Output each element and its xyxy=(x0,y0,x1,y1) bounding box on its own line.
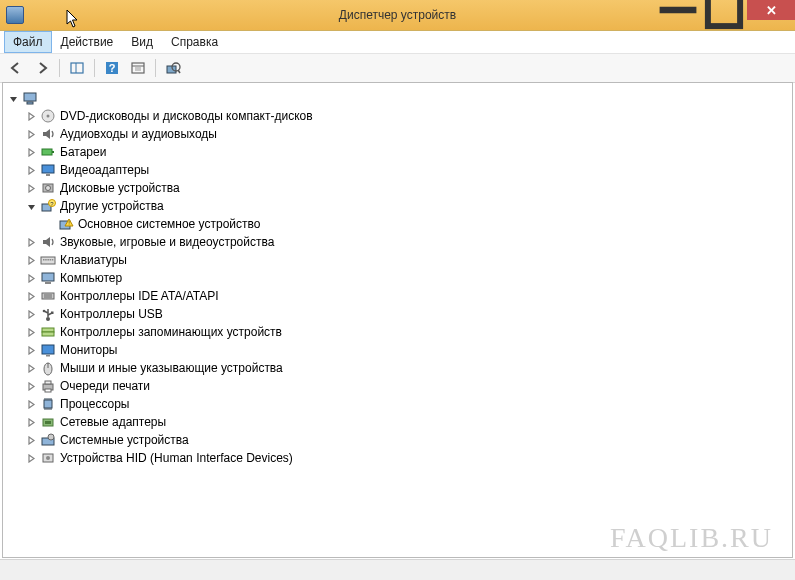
tree-node-label: Компьютер xyxy=(59,271,122,285)
expand-arrow-icon[interactable] xyxy=(25,254,37,266)
app-icon xyxy=(6,6,24,24)
menu-view[interactable]: Вид xyxy=(122,31,162,53)
menu-file[interactable]: Файл xyxy=(4,31,52,53)
expand-arrow-icon[interactable] xyxy=(25,416,37,428)
tree-node[interactable]: Процессоры xyxy=(3,395,792,413)
menu-action[interactable]: Действие xyxy=(52,31,123,53)
tree-node[interactable]: Мониторы xyxy=(3,341,792,359)
other-icon: ? xyxy=(40,198,56,214)
tree-node-label: Контроллеры IDE ATA/ATAPI xyxy=(59,289,219,303)
svg-rect-45 xyxy=(42,345,54,354)
tree-node[interactable]: Очереди печати xyxy=(3,377,792,395)
expand-arrow-icon[interactable] xyxy=(25,344,37,356)
svg-rect-17 xyxy=(42,149,52,155)
tree-node[interactable]: Аудиовходы и аудиовыходы xyxy=(3,125,792,143)
tree-node-label: Контроллеры USB xyxy=(59,307,163,321)
title-bar[interactable]: Диспетчер устройств ✕ xyxy=(0,0,795,30)
tree-node-label: Видеоадаптеры xyxy=(59,163,149,177)
tree-node[interactable]: Дисковые устройства xyxy=(3,179,792,197)
expand-arrow-icon[interactable] xyxy=(25,128,37,140)
window-controls: ✕ xyxy=(655,0,795,20)
svg-rect-18 xyxy=(52,151,54,153)
tree-node-label: DVD-дисководы и дисководы компакт-дисков xyxy=(59,109,313,123)
expand-arrow-icon[interactable] xyxy=(25,380,37,392)
svg-rect-50 xyxy=(45,381,51,384)
svg-point-39 xyxy=(46,317,50,321)
svg-rect-29 xyxy=(43,259,45,261)
tree-node-label: Процессоры xyxy=(59,397,130,411)
svg-rect-19 xyxy=(42,165,54,173)
expand-arrow-icon[interactable] xyxy=(25,362,37,374)
expand-arrow-icon[interactable] xyxy=(25,164,37,176)
tree-node[interactable]: Устройства HID (Human Interface Devices) xyxy=(3,449,792,467)
expand-arrow-icon[interactable] xyxy=(25,290,37,302)
back-button[interactable] xyxy=(4,56,28,80)
device-tree[interactable]: DVD-дисководы и дисководы компакт-дисков… xyxy=(2,82,793,558)
svg-point-66 xyxy=(46,456,50,460)
svg-rect-14 xyxy=(27,102,33,104)
minimize-button[interactable] xyxy=(655,0,701,20)
toolbar-divider xyxy=(155,59,156,77)
expand-arrow-icon[interactable] xyxy=(25,308,37,320)
svg-rect-30 xyxy=(45,259,47,261)
toolbar-divider xyxy=(94,59,95,77)
tree-node[interactable]: Сетевые адаптеры xyxy=(3,413,792,431)
monitor-icon xyxy=(40,342,56,358)
tree-node[interactable] xyxy=(3,89,792,107)
hid-icon xyxy=(40,450,56,466)
svg-rect-42 xyxy=(51,312,54,315)
collapse-arrow-icon[interactable] xyxy=(25,200,37,212)
system-icon xyxy=(40,432,56,448)
tree-node[interactable]: Контроллеры USB xyxy=(3,305,792,323)
tree-node-label: Системные устройства xyxy=(59,433,189,447)
tree-node[interactable]: Звуковые, игровые и видеоустройства xyxy=(3,233,792,251)
collapse-arrow-icon[interactable] xyxy=(7,92,19,104)
expand-arrow-icon[interactable] xyxy=(25,182,37,194)
svg-rect-31 xyxy=(47,259,49,261)
menu-help[interactable]: Справка xyxy=(162,31,227,53)
menu-bar: Файл Действие Вид Справка xyxy=(0,30,795,54)
tree-node-label: Мыши и иные указывающие устройства xyxy=(59,361,283,375)
tree-node[interactable]: Видеоадаптеры xyxy=(3,161,792,179)
show-hide-console-icon[interactable] xyxy=(65,56,89,80)
tree-node[interactable]: Батареи xyxy=(3,143,792,161)
tree-node-label: Основное системное устройство xyxy=(77,217,260,231)
properties-icon[interactable] xyxy=(126,56,150,80)
svg-rect-32 xyxy=(50,259,52,261)
tree-node-label: Клавиатуры xyxy=(59,253,127,267)
tree-node[interactable]: Клавиатуры xyxy=(3,251,792,269)
expand-arrow-icon[interactable] xyxy=(25,236,37,248)
expand-arrow-icon[interactable] xyxy=(25,452,37,464)
computer-icon xyxy=(22,90,38,106)
expand-arrow-icon[interactable] xyxy=(25,326,37,338)
audio-icon xyxy=(40,126,56,142)
tree-node[interactable]: ?Другие устройства xyxy=(3,197,792,215)
expand-arrow-icon[interactable] xyxy=(25,272,37,284)
tree-node[interactable]: Системные устройства xyxy=(3,431,792,449)
svg-rect-20 xyxy=(46,174,50,176)
help-icon[interactable]: ? xyxy=(100,56,124,80)
cpu-icon xyxy=(40,396,56,412)
expand-arrow-icon[interactable] xyxy=(25,110,37,122)
close-button[interactable]: ✕ xyxy=(747,0,795,20)
svg-point-64 xyxy=(48,434,54,440)
svg-rect-2 xyxy=(71,63,83,73)
forward-button[interactable] xyxy=(30,56,54,80)
tree-node[interactable]: Контроллеры IDE ATA/ATAPI xyxy=(3,287,792,305)
tree-node-label: Сетевые адаптеры xyxy=(59,415,166,429)
expand-arrow-icon[interactable] xyxy=(25,434,37,446)
keyboard-icon xyxy=(40,252,56,268)
display-icon xyxy=(40,162,56,178)
network-icon xyxy=(40,414,56,430)
tree-node[interactable]: Мыши и иные указывающие устройства xyxy=(3,359,792,377)
expand-arrow-icon[interactable] xyxy=(25,398,37,410)
scan-hardware-icon[interactable] xyxy=(161,56,185,80)
tree-node[interactable]: DVD-дисководы и дисководы компакт-дисков xyxy=(3,107,792,125)
tree-node[interactable]: Компьютер xyxy=(3,269,792,287)
device-manager-window: Диспетчер устройств ✕ Файл Действие Вид … xyxy=(0,0,795,580)
svg-rect-44 xyxy=(42,332,54,336)
expand-arrow-icon[interactable] xyxy=(25,146,37,158)
tree-node[interactable]: Контроллеры запоминающих устройств xyxy=(3,323,792,341)
maximize-button[interactable] xyxy=(701,0,747,20)
tree-node[interactable]: !Основное системное устройство xyxy=(3,215,792,233)
